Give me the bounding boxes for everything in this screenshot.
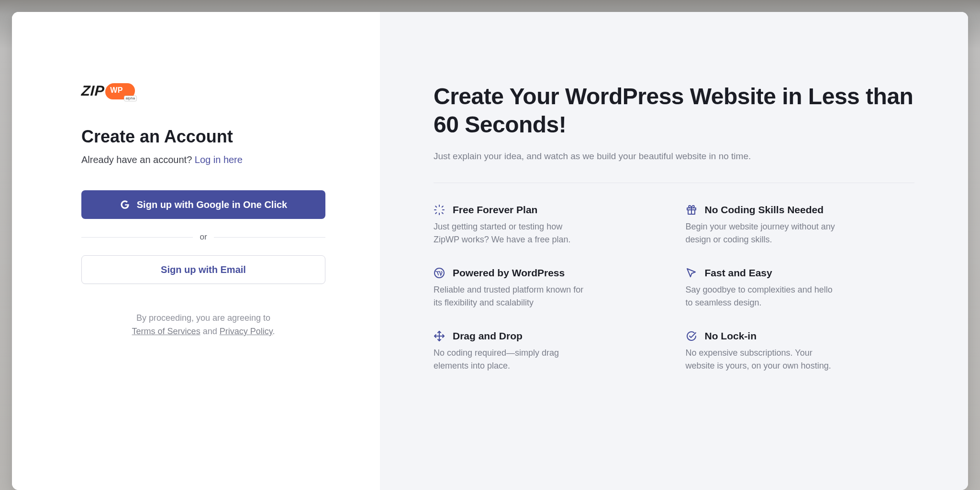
legal-text: By proceeding, you are agreeing to Terms… [81,312,325,338]
signup-email-button[interactable]: Sign up with Email [81,255,325,284]
svg-line-6 [435,213,436,214]
feature-free-plan: Free Forever Plan Just getting started o… [434,204,663,246]
move-icon [434,330,445,342]
svg-line-2 [435,206,436,207]
left-pane: ZIP WP alpha Create an Account Already h… [12,12,380,490]
signup-card: ZIP WP alpha Create an Account Already h… [12,12,968,490]
signup-google-label: Sign up with Google in One Click [137,199,287,210]
logo-text: ZIP [81,83,105,99]
right-pane: Create Your WordPress Website in Less th… [380,12,968,490]
sparkle-icon [434,204,445,216]
pointer-icon [686,267,697,279]
svg-line-7 [442,206,443,207]
already-have-account: Already have an account? Log in here [81,154,326,165]
check-icon [686,330,697,342]
feature-title: Drag and Drop [453,330,523,342]
page-title: Create an Account [81,127,326,147]
svg-line-3 [442,213,443,214]
features-grid: Free Forever Plan Just getting started o… [434,204,914,372]
feature-no-coding: No Coding Skills Needed Begin your websi… [686,204,915,246]
login-link[interactable]: Log in here [195,154,243,165]
feature-desc: Begin your website journey without any d… [686,220,839,246]
feature-no-lockin: No Lock-in No expensive subscriptions. Y… [686,330,915,372]
divider [434,183,914,183]
gift-icon [686,204,697,216]
or-label: or [200,232,207,242]
feature-fast-easy: Fast and Easy Say goodbye to complexitie… [686,267,915,309]
feature-desc: Just getting started or testing how ZipW… [434,220,587,246]
feature-title: Fast and Easy [705,267,772,279]
terms-link[interactable]: Terms of Services [132,327,200,336]
signup-google-button[interactable]: Sign up with Google in One Click [81,190,325,219]
or-separator: or [81,232,325,242]
wordpress-icon [434,267,445,279]
feature-title: Free Forever Plan [453,204,537,216]
feature-title: No Coding Skills Needed [705,204,824,216]
google-icon [120,199,130,210]
feature-desc: No expensive subscriptions. Your website… [686,347,839,372]
hero-title: Create Your WordPress Website in Less th… [434,83,914,139]
feature-wordpress: Powered by WordPress Reliable and truste… [434,267,663,309]
feature-desc: No coding required—simply drag elements … [434,347,587,372]
feature-title: No Lock-in [705,330,757,342]
svg-point-11 [434,268,444,278]
feature-desc: Say goodbye to complexities and hello to… [686,283,839,309]
feature-title: Powered by WordPress [453,267,565,279]
hero-subtitle: Just explain your idea, and watch as we … [434,151,914,162]
logo-pill: WP alpha [105,81,135,100]
feature-desc: Reliable and trusted platform known for … [434,283,587,309]
zipwp-logo: ZIP WP alpha [81,81,135,100]
privacy-link[interactable]: Privacy Policy [220,327,273,336]
feature-drag-drop: Drag and Drop No coding required—simply … [434,330,663,372]
already-text: Already have an account? [81,154,195,165]
